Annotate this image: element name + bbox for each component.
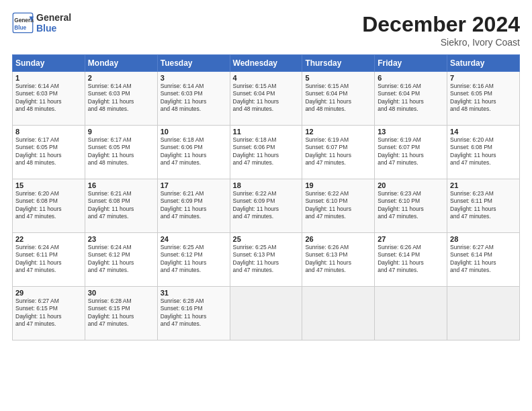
day-info: Sunrise: 6:22 AMSunset: 6:09 PMDaylight:… — [233, 190, 300, 221]
day-number: 28 — [450, 235, 517, 243]
day-info: Sunrise: 6:16 AMSunset: 6:05 PMDaylight:… — [450, 83, 517, 113]
day-info: Sunrise: 6:28 AMSunset: 6:15 PMDaylight:… — [88, 298, 154, 328]
day-number: 11 — [233, 128, 300, 136]
day-number: 3 — [161, 74, 227, 82]
day-number: 21 — [450, 181, 517, 189]
day-number: 15 — [15, 181, 82, 189]
table-row: 19Sunrise: 6:22 AMSunset: 6:10 PMDayligh… — [302, 179, 375, 233]
svg-text:Blue: Blue — [14, 24, 26, 31]
day-number: 18 — [233, 181, 300, 189]
table-row: 23Sunrise: 6:24 AMSunset: 6:12 PMDayligh… — [85, 233, 157, 287]
title-block: December 2024 Siekro, Ivory Coast — [362, 12, 520, 48]
table-row: 17Sunrise: 6:21 AMSunset: 6:09 PMDayligh… — [157, 179, 230, 233]
day-number: 14 — [450, 128, 517, 136]
day-info: Sunrise: 6:14 AMSunset: 6:03 PMDaylight:… — [15, 83, 82, 113]
table-row: 18Sunrise: 6:22 AMSunset: 6:09 PMDayligh… — [230, 179, 302, 233]
table-row: 11Sunrise: 6:18 AMSunset: 6:06 PMDayligh… — [230, 126, 302, 179]
table-row: 13Sunrise: 6:19 AMSunset: 6:07 PMDayligh… — [375, 126, 447, 179]
col-header-saturday: Saturday — [447, 55, 520, 72]
day-info: Sunrise: 6:21 AMSunset: 6:09 PMDaylight:… — [161, 190, 227, 221]
table-row: 30Sunrise: 6:28 AMSunset: 6:15 PMDayligh… — [85, 287, 157, 340]
table-row: 29Sunrise: 6:27 AMSunset: 6:15 PMDayligh… — [13, 287, 85, 340]
table-row: 24Sunrise: 6:25 AMSunset: 6:12 PMDayligh… — [157, 233, 230, 287]
day-info: Sunrise: 6:22 AMSunset: 6:10 PMDaylight:… — [305, 190, 371, 221]
day-number: 10 — [161, 128, 227, 136]
page: General Blue General Blue December 2024 … — [0, 0, 532, 411]
day-info: Sunrise: 6:24 AMSunset: 6:11 PMDaylight:… — [15, 244, 82, 275]
table-row: 3Sunrise: 6:14 AMSunset: 6:03 PMDaylight… — [157, 72, 230, 126]
day-number: 27 — [378, 235, 444, 243]
table-row: 31Sunrise: 6:28 AMSunset: 6:16 PMDayligh… — [157, 287, 230, 340]
table-row: 9Sunrise: 6:17 AMSunset: 6:05 PMDaylight… — [85, 126, 157, 179]
col-header-wednesday: Wednesday — [230, 55, 302, 72]
table-row: 22Sunrise: 6:24 AMSunset: 6:11 PMDayligh… — [13, 233, 85, 287]
day-number: 4 — [233, 74, 300, 82]
day-number: 26 — [305, 235, 371, 243]
day-info: Sunrise: 6:15 AMSunset: 6:04 PMDaylight:… — [233, 83, 300, 113]
day-number: 24 — [161, 235, 227, 243]
day-info: Sunrise: 6:21 AMSunset: 6:08 PMDaylight:… — [88, 190, 154, 221]
col-header-friday: Friday — [375, 55, 447, 72]
day-info: Sunrise: 6:25 AMSunset: 6:13 PMDaylight:… — [233, 244, 300, 275]
day-info: Sunrise: 6:23 AMSunset: 6:11 PMDaylight:… — [450, 190, 517, 221]
day-number: 6 — [378, 74, 444, 82]
day-info: Sunrise: 6:20 AMSunset: 6:08 PMDaylight:… — [15, 190, 82, 221]
day-info: Sunrise: 6:15 AMSunset: 6:04 PMDaylight:… — [305, 83, 371, 113]
day-info: Sunrise: 6:28 AMSunset: 6:16 PMDaylight:… — [161, 298, 227, 328]
table-row: 26Sunrise: 6:26 AMSunset: 6:13 PMDayligh… — [302, 233, 375, 287]
table-row: 27Sunrise: 6:26 AMSunset: 6:14 PMDayligh… — [375, 233, 447, 287]
day-info: Sunrise: 6:19 AMSunset: 6:07 PMDaylight:… — [378, 136, 444, 167]
day-number: 30 — [88, 289, 154, 297]
logo-blue: Blue — [36, 23, 71, 34]
day-number: 8 — [15, 128, 82, 136]
day-info: Sunrise: 6:23 AMSunset: 6:10 PMDaylight:… — [378, 190, 444, 221]
table-row — [375, 287, 447, 340]
day-number: 29 — [15, 289, 82, 297]
header: General Blue General Blue December 2024 … — [12, 12, 520, 48]
table-row: 8Sunrise: 6:17 AMSunset: 6:05 PMDaylight… — [13, 126, 85, 179]
day-number: 22 — [15, 235, 82, 243]
logo-name: General Blue — [36, 12, 71, 34]
day-info: Sunrise: 6:19 AMSunset: 6:07 PMDaylight:… — [305, 136, 371, 167]
table-row: 20Sunrise: 6:23 AMSunset: 6:10 PMDayligh… — [375, 179, 447, 233]
day-info: Sunrise: 6:26 AMSunset: 6:14 PMDaylight:… — [378, 244, 444, 275]
table-row: 6Sunrise: 6:16 AMSunset: 6:04 PMDaylight… — [375, 72, 447, 126]
logo-icon: General Blue — [12, 12, 34, 34]
table-row: 12Sunrise: 6:19 AMSunset: 6:07 PMDayligh… — [302, 126, 375, 179]
table-row: 7Sunrise: 6:16 AMSunset: 6:05 PMDaylight… — [447, 72, 520, 126]
day-info: Sunrise: 6:18 AMSunset: 6:06 PMDaylight:… — [233, 136, 300, 167]
day-number: 2 — [88, 74, 154, 82]
day-info: Sunrise: 6:17 AMSunset: 6:05 PMDaylight:… — [88, 136, 154, 167]
table-row: 4Sunrise: 6:15 AMSunset: 6:04 PMDaylight… — [230, 72, 302, 126]
day-info: Sunrise: 6:16 AMSunset: 6:04 PMDaylight:… — [378, 83, 444, 113]
day-info: Sunrise: 6:14 AMSunset: 6:03 PMDaylight:… — [88, 83, 154, 113]
day-number: 20 — [378, 181, 444, 189]
day-info: Sunrise: 6:24 AMSunset: 6:12 PMDaylight:… — [88, 244, 154, 275]
day-info: Sunrise: 6:20 AMSunset: 6:08 PMDaylight:… — [450, 136, 517, 167]
day-number: 31 — [161, 289, 227, 297]
col-header-monday: Monday — [85, 55, 157, 72]
day-number: 25 — [233, 235, 300, 243]
table-row — [230, 287, 302, 340]
day-info: Sunrise: 6:27 AMSunset: 6:15 PMDaylight:… — [15, 298, 82, 328]
day-number: 1 — [15, 74, 82, 82]
day-info: Sunrise: 6:17 AMSunset: 6:05 PMDaylight:… — [15, 136, 82, 167]
table-row — [302, 287, 375, 340]
col-header-thursday: Thursday — [302, 55, 375, 72]
table-row: 21Sunrise: 6:23 AMSunset: 6:11 PMDayligh… — [447, 179, 520, 233]
day-number: 19 — [305, 181, 371, 189]
day-info: Sunrise: 6:26 AMSunset: 6:13 PMDaylight:… — [305, 244, 371, 275]
day-info: Sunrise: 6:18 AMSunset: 6:06 PMDaylight:… — [161, 136, 227, 167]
table-row: 2Sunrise: 6:14 AMSunset: 6:03 PMDaylight… — [85, 72, 157, 126]
table-row: 28Sunrise: 6:27 AMSunset: 6:14 PMDayligh… — [447, 233, 520, 287]
table-row — [447, 287, 520, 340]
day-number: 23 — [88, 235, 154, 243]
col-header-tuesday: Tuesday — [157, 55, 230, 72]
day-number: 9 — [88, 128, 154, 136]
day-number: 16 — [88, 181, 154, 189]
table-row: 14Sunrise: 6:20 AMSunset: 6:08 PMDayligh… — [447, 126, 520, 179]
table-row: 1Sunrise: 6:14 AMSunset: 6:03 PMDaylight… — [13, 72, 85, 126]
table-row: 10Sunrise: 6:18 AMSunset: 6:06 PMDayligh… — [157, 126, 230, 179]
table-row: 5Sunrise: 6:15 AMSunset: 6:04 PMDaylight… — [302, 72, 375, 126]
day-number: 17 — [161, 181, 227, 189]
